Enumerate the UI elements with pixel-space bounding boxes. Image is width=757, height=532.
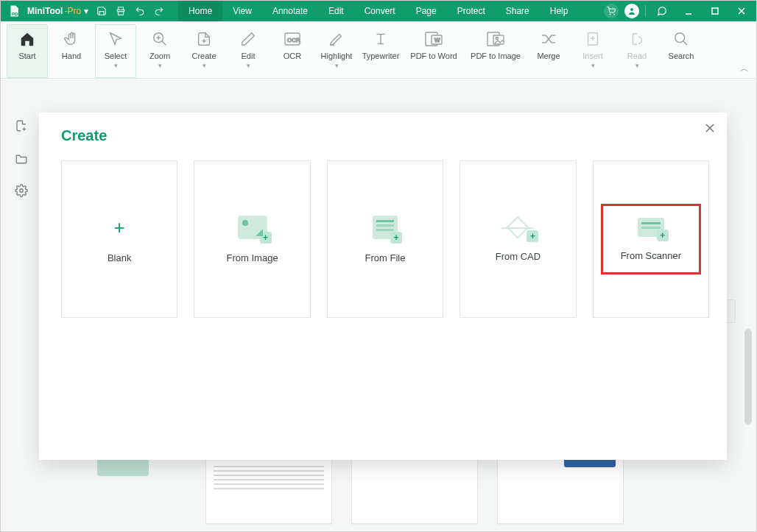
close-icon[interactable] <box>703 121 716 135</box>
tool-label: Hand <box>62 52 81 60</box>
tool-label: PDF to Word <box>410 52 457 60</box>
chevron-down-icon: ▾ <box>114 62 118 69</box>
app-dropdown[interactable]: ▾ <box>84 6 88 16</box>
tool-edit[interactable]: Edit ▾ <box>228 24 269 78</box>
tool-pdf-to-image[interactable]: PDF to Image <box>466 24 525 78</box>
cart-icon[interactable] <box>604 4 619 18</box>
maximize-button[interactable] <box>705 1 725 21</box>
tool-ocr[interactable]: OCR OCR <box>272 24 313 78</box>
menu-share[interactable]: Share <box>496 1 540 21</box>
svg-point-3 <box>614 14 615 15</box>
minimize-button[interactable] <box>678 1 699 21</box>
search-icon <box>672 29 691 49</box>
app-logo: PDF <box>5 2 23 20</box>
tool-highlight[interactable]: Highlight ▾ <box>316 24 357 78</box>
tool-zoom[interactable]: Zoom ▾ <box>139 24 180 78</box>
create-from-image[interactable]: + From Image <box>194 160 310 318</box>
user-icon[interactable] <box>624 4 639 18</box>
modal-title: Create <box>61 127 709 144</box>
chevron-down-icon: ▾ <box>335 62 339 69</box>
plus-icon: + <box>260 232 272 244</box>
ribbon: Start Hand Select ▾ Zoom ▾ Create ▾ Edit… <box>1 21 756 79</box>
scrollbar[interactable] <box>744 329 752 425</box>
menu-home[interactable]: Home <box>178 1 222 21</box>
image-icon: + <box>238 216 267 239</box>
tool-create[interactable]: Create ▾ <box>183 24 225 78</box>
tool-label: PDF to Image <box>471 52 521 60</box>
left-rail <box>1 79 42 531</box>
tool-pdf-to-word[interactable]: W PDF to Word <box>404 24 463 78</box>
menu-annotate[interactable]: Annotate <box>262 1 318 21</box>
plus-icon: + <box>527 230 538 242</box>
svg-line-27 <box>683 41 688 46</box>
tool-label: Start <box>18 52 35 60</box>
tool-select[interactable]: Select ▾ <box>95 24 136 78</box>
svg-point-30 <box>20 189 24 193</box>
hand-icon <box>62 29 81 49</box>
menu-view[interactable]: View <box>222 1 262 21</box>
create-modal: Create Blank + From Image + From File + … <box>39 113 727 460</box>
svg-rect-6 <box>712 8 718 14</box>
tool-insert[interactable]: Insert ▾ <box>572 24 613 78</box>
insert-icon <box>583 29 602 49</box>
tool-hand[interactable]: Hand <box>51 24 92 78</box>
feedback-icon[interactable] <box>652 1 672 21</box>
svg-point-2 <box>610 14 610 15</box>
titlebar: PDF MiniTool -Pro ▾ Home View Annotate E… <box>1 1 756 21</box>
tool-label: Zoom <box>149 52 170 60</box>
card-label: From Image <box>227 252 278 263</box>
redo-icon[interactable] <box>153 5 165 17</box>
tool-label: Merge <box>537 52 560 60</box>
cad-icon: + <box>501 217 534 238</box>
tool-label: OCR <box>284 52 301 60</box>
highlight-icon <box>327 29 346 49</box>
edit-icon <box>239 29 258 49</box>
app-name: MiniTool <box>27 6 63 16</box>
tool-label: Search <box>669 52 694 60</box>
chevron-down-icon: ▾ <box>635 62 639 69</box>
create-blank[interactable]: Blank <box>61 160 177 318</box>
ribbon-collapse[interactable]: ︿ <box>740 63 749 75</box>
quick-access-toolbar <box>96 5 165 17</box>
close-button[interactable] <box>731 1 752 21</box>
workspace: Create Blank + From Image + From File + … <box>1 79 756 531</box>
print-icon[interactable] <box>115 5 127 17</box>
tool-label: Highlight <box>321 52 353 60</box>
create-from-cad[interactable]: + From CAD <box>460 160 576 318</box>
zoom-icon <box>150 29 169 49</box>
tool-search[interactable]: Search <box>661 24 702 78</box>
svg-text:OCR: OCR <box>287 37 300 43</box>
menu-help[interactable]: Help <box>540 1 579 21</box>
menubar: Home View Annotate Edit Convert Page Pro… <box>178 1 578 21</box>
tool-read[interactable]: Read ▾ <box>616 24 658 78</box>
svg-rect-1 <box>119 12 124 15</box>
create-options: Blank + From Image + From File + From CA… <box>61 160 709 318</box>
tool-label: Create <box>191 52 216 60</box>
file-icon: + <box>373 216 398 239</box>
menu-page[interactable]: Page <box>406 1 447 21</box>
tool-merge[interactable]: Merge <box>528 24 569 78</box>
tool-label: Insert <box>582 52 603 60</box>
menu-protect[interactable]: Protect <box>447 1 496 21</box>
tool-label: Typewriter <box>362 52 400 60</box>
chevron-down-icon: ▾ <box>158 62 162 69</box>
svg-text:PDF: PDF <box>12 12 21 16</box>
menu-convert[interactable]: Convert <box>354 1 406 21</box>
tool-typewriter[interactable]: Typewriter <box>360 24 401 78</box>
create-from-scanner[interactable]: + From Scanner <box>593 160 709 318</box>
card-label: Blank <box>108 252 132 263</box>
svg-point-26 <box>675 33 685 43</box>
chevron-down-icon: ▾ <box>203 62 206 69</box>
undo-icon[interactable] <box>134 5 146 17</box>
merge-icon <box>539 29 558 49</box>
tool-label: Edit <box>242 52 256 60</box>
tool-start[interactable]: Start <box>7 24 48 78</box>
rail-settings-icon[interactable] <box>14 183 29 198</box>
rail-folder-icon[interactable] <box>14 151 29 166</box>
save-icon[interactable] <box>96 5 108 17</box>
home-icon <box>18 29 37 49</box>
create-from-file[interactable]: + From File <box>327 160 443 318</box>
menu-edit[interactable]: Edit <box>318 1 354 21</box>
tool-label: Read <box>627 52 647 60</box>
rail-new-file-icon[interactable] <box>14 118 29 133</box>
